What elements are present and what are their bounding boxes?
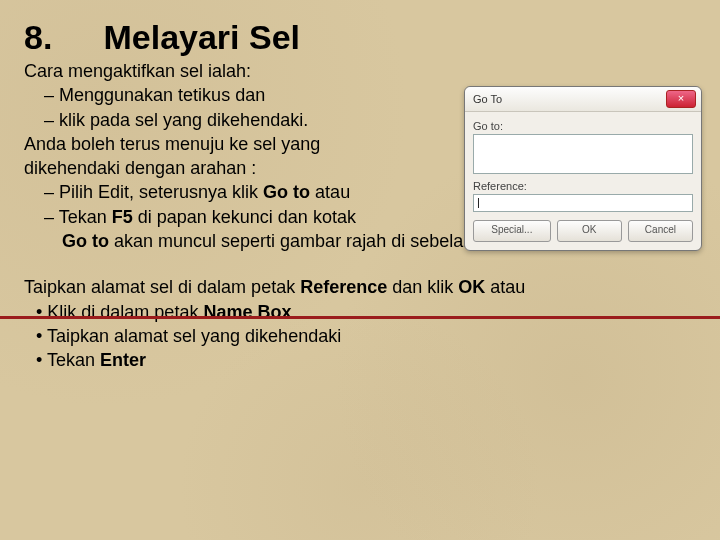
- goto-label: Go to:: [473, 120, 693, 132]
- reference-input[interactable]: |: [473, 194, 693, 212]
- after-divider-block: Taipkan alamat sel di dalam petak Refere…: [24, 275, 696, 372]
- dialog-titlebar: Go To ×: [465, 87, 701, 112]
- heading-number: 8.: [24, 18, 94, 57]
- special-button[interactable]: Special...: [473, 220, 551, 242]
- goto-listbox[interactable]: [473, 134, 693, 174]
- divider-line: [0, 316, 720, 319]
- bullet-enter: Tekan Enter: [24, 348, 696, 372]
- dialog-title: Go To: [473, 93, 502, 105]
- heading-title: Melayari Sel: [103, 18, 300, 56]
- ok-button[interactable]: OK: [557, 220, 622, 242]
- line-reference-ok: Taipkan alamat sel di dalam petak Refere…: [24, 275, 696, 299]
- bullet-namebox: Klik di dalam petak Name Box: [24, 300, 696, 324]
- slide-heading: 8. Melayari Sel: [24, 18, 696, 57]
- goto-dialog: Go To × Go to: Reference: | Special... O…: [464, 86, 702, 251]
- reference-label: Reference:: [473, 180, 693, 192]
- bullet-taip-alamat: Taipkan alamat sel yang dikehendaki: [24, 324, 696, 348]
- close-button[interactable]: ×: [666, 90, 696, 108]
- cancel-button[interactable]: Cancel: [628, 220, 693, 242]
- intro-line: Cara mengaktifkan sel ialah:: [24, 59, 696, 83]
